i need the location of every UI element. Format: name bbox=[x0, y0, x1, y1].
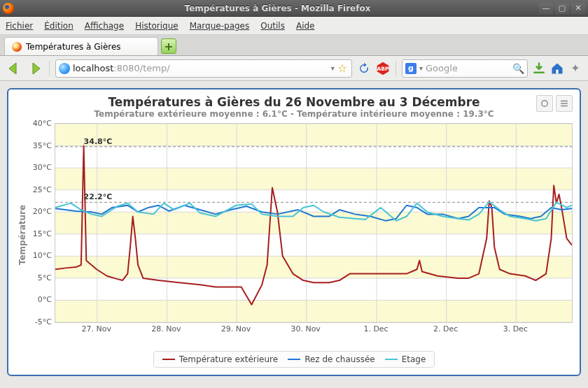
separator bbox=[396, 61, 396, 76]
x-tick-label: 28. Nov bbox=[151, 324, 181, 333]
menu-aide[interactable]: Aide bbox=[296, 21, 315, 31]
reload-button[interactable] bbox=[356, 61, 372, 76]
menu-fichier[interactable]: Fichier bbox=[6, 21, 33, 31]
url-text[interactable]: localhost:8080/temp/ bbox=[73, 63, 328, 73]
reference-line-label: 22.2°C bbox=[84, 192, 113, 201]
addon-toolbar-icon[interactable]: ✦ bbox=[568, 62, 582, 76]
y-tick-label: 30°C bbox=[33, 163, 52, 172]
url-path: /temp/ bbox=[140, 63, 170, 73]
downloads-button[interactable] bbox=[532, 62, 546, 76]
chart-legend: Température extérieureRez de chausséeEta… bbox=[153, 351, 435, 368]
svg-text:ABP: ABP bbox=[377, 66, 389, 72]
search-engine-dropdown[interactable]: ▾ bbox=[419, 64, 423, 72]
adblock-plus-icon[interactable]: ABP bbox=[376, 62, 390, 76]
search-go-icon[interactable]: 🔍 bbox=[512, 63, 524, 74]
menu-marque-pages[interactable]: Marque-pages bbox=[190, 21, 250, 31]
y-axis-label: Température bbox=[18, 205, 27, 265]
svg-rect-10 bbox=[55, 168, 572, 190]
search-placeholder: Google bbox=[426, 63, 510, 73]
tab-label: Températures à Gières bbox=[26, 42, 121, 52]
url-history-dropdown[interactable]: ▾ bbox=[331, 64, 335, 72]
chart-header: Températures à Gières du 26 Novembre au … bbox=[15, 95, 573, 119]
x-tick-label: 3. Dec bbox=[503, 324, 528, 333]
site-identity-icon[interactable] bbox=[59, 63, 70, 74]
svg-rect-5 bbox=[55, 278, 572, 301]
home-button[interactable] bbox=[550, 62, 564, 76]
chart-plot[interactable]: 34.8°C22.2°C bbox=[55, 123, 573, 323]
menu-bar: Fichier Édition Affichage Historique Mar… bbox=[0, 17, 588, 35]
tab-active[interactable]: Températures à Gières bbox=[4, 37, 158, 55]
x-axis-ticks: 27. Nov28. Nov29. Nov30. Nov1. Dec2. Dec… bbox=[55, 323, 573, 336]
legend-label: Température extérieure bbox=[179, 354, 279, 364]
legend-item[interactable]: Etage bbox=[385, 354, 426, 364]
menu-affichage[interactable]: Affichage bbox=[85, 21, 124, 31]
window-maximize-button[interactable]: ▢ bbox=[555, 3, 569, 14]
legend-swatch-icon bbox=[162, 359, 175, 360]
x-tick-label: 29. Nov bbox=[221, 324, 251, 333]
back-button[interactable] bbox=[6, 60, 22, 77]
svg-rect-2 bbox=[556, 69, 558, 73]
nav-toolbar: localhost:8080/temp/ ▾ ☆ ABP g ▾ Google … bbox=[0, 56, 588, 81]
search-box[interactable]: g ▾ Google 🔍 bbox=[402, 59, 528, 78]
menu-historique[interactable]: Historique bbox=[135, 21, 178, 31]
y-tick-label: 0°C bbox=[38, 295, 52, 304]
chart-subtitle: Température extérieure moyenne : 6.1°C -… bbox=[15, 109, 573, 119]
svg-rect-4 bbox=[55, 300, 572, 322]
firefox-icon bbox=[3, 3, 14, 14]
x-tick-label: 1. Dec bbox=[363, 324, 388, 333]
y-tick-label: 15°C bbox=[33, 229, 52, 238]
y-tick-label: 10°C bbox=[33, 251, 52, 260]
chart-toolbar bbox=[536, 95, 573, 112]
menu-edition[interactable]: Édition bbox=[44, 21, 74, 31]
tab-bar: Températures à Gières + bbox=[0, 35, 588, 56]
y-tick-label: 5°C bbox=[38, 273, 52, 282]
chart-area: Température -5°C0°C5°C10°C15°C20°C25°C30… bbox=[15, 123, 573, 347]
legend-label: Etage bbox=[402, 354, 426, 364]
separator bbox=[49, 61, 50, 76]
chart-title: Températures à Gières du 26 Novembre au … bbox=[15, 95, 573, 109]
forward-button[interactable] bbox=[27, 60, 43, 77]
y-axis-ticks: -5°C0°C5°C10°C15°C20°C25°C30°C35°C40°C bbox=[29, 123, 55, 347]
y-axis-label-wrap: Température bbox=[15, 123, 29, 347]
y-tick-label: 35°C bbox=[33, 141, 52, 150]
chart-reset-zoom-button[interactable] bbox=[536, 95, 553, 112]
url-host: localhost bbox=[73, 63, 113, 73]
legend-swatch-icon bbox=[385, 359, 398, 360]
window-titlebar: Températures à Gières - Mozilla Firefox … bbox=[0, 0, 588, 17]
svg-point-3 bbox=[542, 101, 547, 106]
legend-label: Rez de chaussée bbox=[304, 354, 375, 364]
window-minimize-button[interactable]: — bbox=[539, 3, 553, 14]
window-close-button[interactable]: ✕ bbox=[571, 3, 585, 14]
bookmark-star-icon[interactable]: ☆ bbox=[337, 62, 347, 75]
svg-rect-11 bbox=[55, 146, 572, 168]
tab-favicon-icon bbox=[12, 42, 22, 52]
y-tick-label: 40°C bbox=[33, 119, 52, 128]
legend-item[interactable]: Rez de chaussée bbox=[288, 354, 375, 364]
menu-outils[interactable]: Outils bbox=[260, 21, 285, 31]
search-engine-icon[interactable]: g bbox=[405, 63, 416, 74]
url-bar[interactable]: localhost:8080/temp/ ▾ ☆ bbox=[55, 59, 352, 78]
y-tick-label: 20°C bbox=[33, 207, 52, 216]
window-title: Températures à Gières - Mozilla Firefox bbox=[18, 3, 537, 13]
x-tick-label: 27. Nov bbox=[82, 324, 111, 333]
x-tick-label: 30. Nov bbox=[290, 324, 320, 333]
x-tick-label: 2. Dec bbox=[433, 324, 458, 333]
svg-rect-12 bbox=[55, 124, 572, 146]
new-tab-button[interactable]: + bbox=[161, 38, 176, 54]
legend-item[interactable]: Température extérieure bbox=[162, 354, 279, 364]
url-port: :8080 bbox=[113, 63, 139, 73]
chart-menu-button[interactable] bbox=[556, 95, 573, 112]
y-tick-label: -5°C bbox=[35, 317, 52, 326]
legend-swatch-icon bbox=[288, 359, 300, 360]
page-content: Températures à Gières du 26 Novembre au … bbox=[0, 81, 588, 383]
chart-container: Températures à Gières du 26 Novembre au … bbox=[7, 88, 581, 376]
reference-line-label: 34.8°C bbox=[84, 137, 113, 146]
svg-rect-6 bbox=[55, 256, 572, 278]
y-tick-label: 25°C bbox=[33, 185, 52, 194]
